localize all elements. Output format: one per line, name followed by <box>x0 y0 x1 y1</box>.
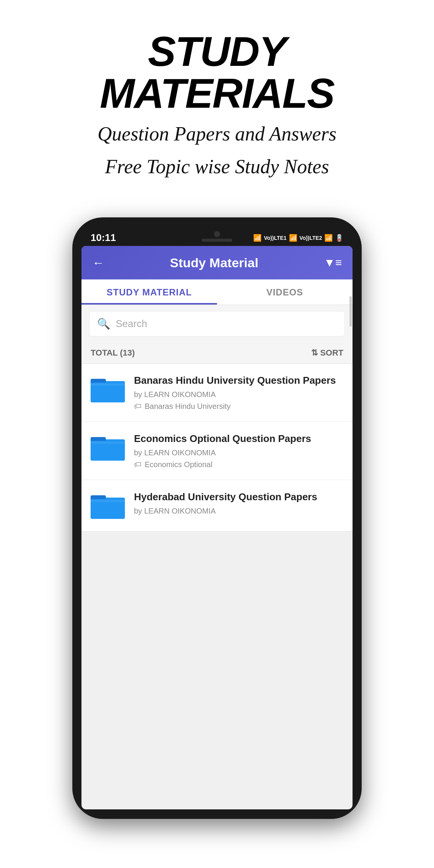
tag-text: Economics Optional <box>145 460 212 469</box>
subtitle-1: Question Papers and Answers <box>23 121 411 147</box>
list-item[interactable]: Hyderabad University Question Papers by … <box>81 480 353 531</box>
folder-icon-wrapper <box>91 376 125 404</box>
wifi-icon: 📶 <box>253 234 262 242</box>
battery-icon: 🪫 <box>335 234 343 242</box>
item-author: by LEARN OIKONOMIA <box>134 448 343 457</box>
item-title: Banaras Hindu University Question Papers <box>134 374 343 387</box>
back-button[interactable]: ← <box>92 256 104 270</box>
lte2-icon: Vo))LTE2 <box>300 235 322 241</box>
phone-wrapper: 10:11 📶 Vo))LTE1 📶 Vo))LTE2 📶 🪫 ← Study … <box>0 217 434 819</box>
folder-icon-wrapper <box>91 434 125 462</box>
tag-icon: 🏷 <box>134 402 142 411</box>
phone-notch-bar: 10:11 📶 Vo))LTE1 📶 Vo))LTE2 📶 🪫 <box>81 228 353 246</box>
item-title: Hyderabad University Question Papers <box>134 491 343 504</box>
item-content: Economics Optional Question Papers by LE… <box>134 432 343 469</box>
total-count: TOTAL (13) <box>91 348 135 358</box>
folder-icon <box>91 376 125 402</box>
main-title: STUDY MATERIALS <box>23 30 411 114</box>
signal2-icon: 📶 <box>324 234 333 242</box>
phone-status-icons: 📶 Vo))LTE1 📶 Vo))LTE2 📶 🪫 <box>253 234 343 242</box>
tag-text: Banaras Hindu University <box>145 402 231 411</box>
search-icon: 🔍 <box>97 318 110 330</box>
phone-outer: 10:11 📶 Vo))LTE1 📶 Vo))LTE2 📶 🪫 ← Study … <box>72 217 362 819</box>
signal1-icon: 📶 <box>289 234 297 242</box>
list-items: Banaras Hindu University Question Papers… <box>81 364 353 531</box>
folder-icon <box>91 434 125 461</box>
item-tag: 🏷 Banaras Hindu University <box>134 402 343 411</box>
item-title: Economics Optional Question Papers <box>134 432 343 445</box>
folder-icon-wrapper <box>91 492 125 520</box>
item-author: by LEARN OIKONOMIA <box>134 390 343 399</box>
item-author: by LEARN OIKONOMIA <box>134 507 343 515</box>
svg-rect-7 <box>91 442 125 444</box>
subtitle-2: Free Topic wise Study Notes <box>23 154 411 180</box>
item-tag: 🏷 Economics Optional <box>134 460 343 469</box>
search-bar[interactable]: 🔍 Search <box>89 311 345 337</box>
speaker-bar <box>202 239 232 242</box>
phone-time: 10:11 <box>91 232 116 244</box>
phone-screen: ← Study Material ▼≡ STUDY MATERIAL VIDEO… <box>81 246 353 809</box>
tag-icon: 🏷 <box>134 460 142 469</box>
svg-rect-11 <box>91 500 125 502</box>
app-bar-title: Study Material <box>170 255 258 270</box>
sort-label: SORT <box>320 348 343 358</box>
search-container: 🔍 Search <box>81 305 353 343</box>
tab-videos[interactable]: VIDEOS <box>217 279 353 305</box>
camera-area <box>202 231 232 242</box>
camera-dot <box>214 231 220 237</box>
list-item[interactable]: Economics Optional Question Papers by LE… <box>81 422 353 480</box>
tab-bar: STUDY MATERIAL VIDEOS <box>81 279 353 305</box>
item-content: Hyderabad University Question Papers by … <box>134 491 343 519</box>
list-controls: TOTAL (13) ⇅ SORT <box>81 343 353 364</box>
tab-study-material[interactable]: STUDY MATERIAL <box>81 279 217 305</box>
sort-button[interactable]: ⇅ SORT <box>311 348 343 358</box>
sort-icon: ⇅ <box>311 348 318 358</box>
header-section: STUDY MATERIALS Question Papers and Answ… <box>0 0 434 195</box>
item-content: Banaras Hindu University Question Papers… <box>134 374 343 411</box>
list-item[interactable]: Banaras Hindu University Question Papers… <box>81 364 353 422</box>
scrollbar[interactable] <box>349 296 352 327</box>
app-bar: ← Study Material ▼≡ <box>81 246 353 279</box>
filter-button[interactable]: ▼≡ <box>324 256 342 269</box>
folder-icon <box>91 492 125 519</box>
search-placeholder: Search <box>116 318 147 330</box>
svg-rect-3 <box>91 383 125 386</box>
lte1-icon: Vo))LTE1 <box>264 235 286 241</box>
